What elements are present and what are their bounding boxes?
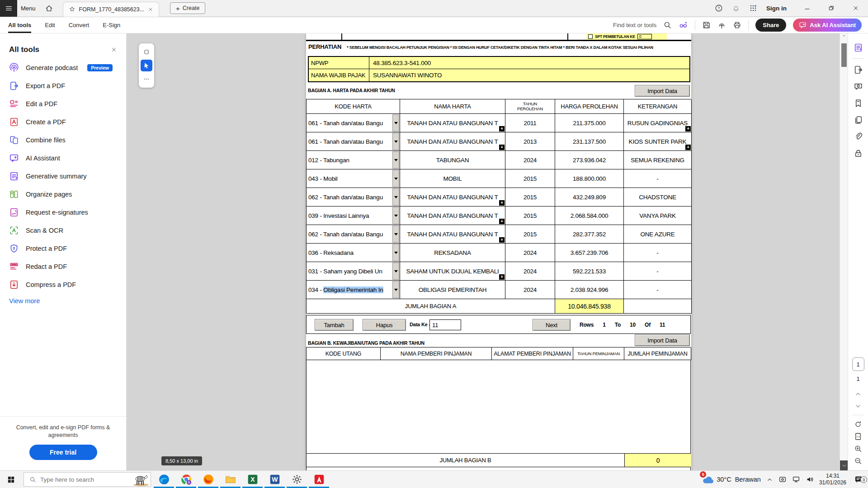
keterangan-cell[interactable]: - <box>624 262 692 281</box>
taskbar-search[interactable] <box>24 472 151 487</box>
tahun-perolehan-cell[interactable]: 2015 <box>505 225 555 244</box>
sidebar-item-scan-ocr[interactable]: Scan & OCR <box>0 221 126 239</box>
toolbar-tab-all-tools[interactable]: All tools <box>8 17 31 33</box>
vertical-scrollbar[interactable]: ⌃ <box>840 33 848 470</box>
harga-perolehan-cell[interactable]: 231.137.500 <box>555 132 624 151</box>
sidebar-item-export-a-pdf[interactable]: Export a PDF <box>0 77 126 95</box>
rail-export-button[interactable] <box>850 62 866 77</box>
harga-perolehan-cell[interactable]: 2.038.924.996 <box>555 281 624 299</box>
scrollbar-thumb[interactable] <box>841 43 847 67</box>
view-more-link[interactable]: View more <box>0 294 126 308</box>
kode-harta-dropdown[interactable]: 061 - Tanah dan/atau Bangu <box>307 114 400 132</box>
nama-harta-cell[interactable]: TANAH DAN ATAU BANGUNAN T+ <box>400 188 505 206</box>
kode-harta-dropdown[interactable]: 062 - Tanah dan/atau Bangu <box>307 188 400 206</box>
dropdown-button[interactable] <box>392 281 399 298</box>
rail-bookmarks-button[interactable] <box>850 95 866 111</box>
kode-harta-dropdown[interactable]: 061 - Tanah dan/atau Bangu <box>307 132 400 151</box>
save-icon[interactable] <box>702 21 711 29</box>
scroll-down-button[interactable] <box>840 460 848 470</box>
next-page-button[interactable] <box>851 400 865 412</box>
taskbar-app-explorer[interactable] <box>219 471 241 488</box>
star-icon[interactable] <box>69 6 75 13</box>
print-icon[interactable] <box>733 21 741 29</box>
weather-widget[interactable]: 5 30°C Berawan <box>702 474 761 485</box>
toolbar-tab-convert[interactable]: Convert <box>69 17 90 33</box>
tahun-perolehan-cell[interactable]: 2013 <box>505 132 555 151</box>
next-button[interactable]: Next <box>533 319 571 331</box>
sidebar-item-generate-podcast[interactable]: Generate podcastPreview <box>0 59 126 77</box>
expand-plus-icon[interactable]: + <box>499 126 505 131</box>
sidebar-item-protect-a-pdf[interactable]: Protect a PDF <box>0 239 126 258</box>
harga-perolehan-cell[interactable]: 432.249.809 <box>555 188 624 206</box>
taskbar-clock[interactable]: 14:31 31/01/2026 <box>819 473 846 486</box>
nama-harta-cell[interactable]: TABUNGAN <box>400 151 505 169</box>
nama-harta-cell[interactable]: TANAH DAN ATAU BANGUNAN T+ <box>400 114 505 132</box>
nama-harta-cell[interactable]: TANAH DAN ATAU BANGUNAN T+ <box>400 206 505 225</box>
minimize-button[interactable] <box>799 0 815 17</box>
start-button[interactable] <box>0 471 22 488</box>
sidebar-item-ai-assistant[interactable]: AI Assistant <box>0 149 126 167</box>
create-button[interactable]: + Create <box>170 2 205 14</box>
kode-harta-dropdown[interactable]: 034 - Obligasi Pemerintah In <box>307 281 400 299</box>
more-tools-button[interactable] <box>141 73 152 85</box>
tahun-perolehan-cell[interactable]: 2011 <box>505 114 555 132</box>
expand-plus-icon[interactable]: + <box>499 237 505 243</box>
tambah-button[interactable]: Tambah <box>315 319 354 331</box>
expand-plus-icon[interactable]: + <box>499 145 505 150</box>
expand-plus-icon[interactable]: + <box>685 145 691 150</box>
harga-perolehan-cell[interactable]: 3.657.239.706 <box>555 244 624 262</box>
keterangan-cell[interactable]: - <box>624 169 692 188</box>
harga-perolehan-cell[interactable]: 592.221.533 <box>555 262 624 281</box>
help-icon[interactable]: ? <box>715 4 723 12</box>
rotate-page-button[interactable] <box>851 418 865 430</box>
import-data-b-button[interactable]: Import Data <box>635 334 690 346</box>
close-button[interactable] <box>848 0 863 17</box>
spt-checkbox[interactable] <box>588 34 593 39</box>
harga-perolehan-cell[interactable]: 273.936.042 <box>555 151 624 169</box>
nama-harta-cell[interactable]: MOBIL <box>400 169 505 188</box>
taskbar-app-firefox[interactable] <box>197 471 219 488</box>
tahun-perolehan-cell[interactable]: 2024 <box>505 262 555 281</box>
rail-pages-button[interactable] <box>850 112 866 127</box>
network-tray-icon[interactable] <box>792 475 800 483</box>
tahun-perolehan-cell[interactable]: 2024 <box>505 151 555 169</box>
sidebar-item-organize-pages[interactable]: Organize pages <box>0 185 126 203</box>
zoom-out-button[interactable] <box>851 455 865 467</box>
taskbar-app-excel[interactable]: X <box>241 471 264 488</box>
scroll-up-icon[interactable]: ⌃ <box>840 34 848 39</box>
kode-harta-dropdown[interactable]: 031 - Saham yang Dibeli Un <box>307 262 400 281</box>
taskbar-app-acrobat[interactable] <box>308 471 330 488</box>
taskbar-app-chrome[interactable]: A <box>175 471 197 488</box>
ask-ai-button[interactable]: Ask AI Assistant <box>793 19 862 32</box>
keterangan-cell[interactable]: VANYA PARK <box>624 206 692 225</box>
sidebar-item-generative-summary[interactable]: Generative summary <box>0 167 126 185</box>
nama-value-field[interactable]: SUSANNAWATI WINOTO <box>369 69 689 81</box>
dropdown-button[interactable] <box>392 263 399 280</box>
keterangan-cell[interactable]: ONE AZURE <box>624 225 692 244</box>
dropdown-button[interactable] <box>392 114 399 131</box>
dropdown-button[interactable] <box>392 244 399 261</box>
dropdown-button[interactable] <box>392 225 399 243</box>
expand-plus-icon[interactable]: + <box>499 219 505 224</box>
sidebar-item-combine-files[interactable]: Combine files <box>0 131 126 149</box>
nama-harta-cell[interactable]: SAHAM UNTUK DIJUAL KEMBALI+ <box>400 262 505 281</box>
kode-harta-dropdown[interactable]: 036 - Reksadana <box>307 244 400 262</box>
notifications-bell-icon[interactable] <box>732 4 740 12</box>
harga-perolehan-cell[interactable]: 211.375.000 <box>555 114 624 132</box>
cast-tray-icon[interactable] <box>778 475 787 483</box>
previous-page-button[interactable] <box>851 388 865 400</box>
nama-harta-cell[interactable]: TANAH DAN ATAU BANGUNAN T+ <box>400 132 505 151</box>
data-ke-input[interactable] <box>429 319 461 330</box>
dropdown-button[interactable] <box>392 207 399 224</box>
npwp-value-field[interactable]: 48.385.623.3-541.000 <box>369 57 689 69</box>
keterangan-cell[interactable]: CHADSTONE <box>624 188 692 206</box>
tahun-perolehan-cell[interactable]: 2015 <box>505 206 555 225</box>
kode-harta-dropdown[interactable]: 062 - Tanah dan/atau Bangu <box>307 225 400 244</box>
grip-button[interactable] <box>141 46 152 58</box>
toolbar-tab-edit[interactable]: Edit <box>45 17 55 33</box>
rail-attachments-button[interactable] <box>850 129 866 144</box>
dropdown-button[interactable] <box>392 133 399 150</box>
find-label[interactable]: Find text or tools <box>613 22 656 28</box>
sign-in-button[interactable]: Sign in <box>766 5 787 12</box>
action-center-button[interactable]: 3 <box>852 475 865 484</box>
